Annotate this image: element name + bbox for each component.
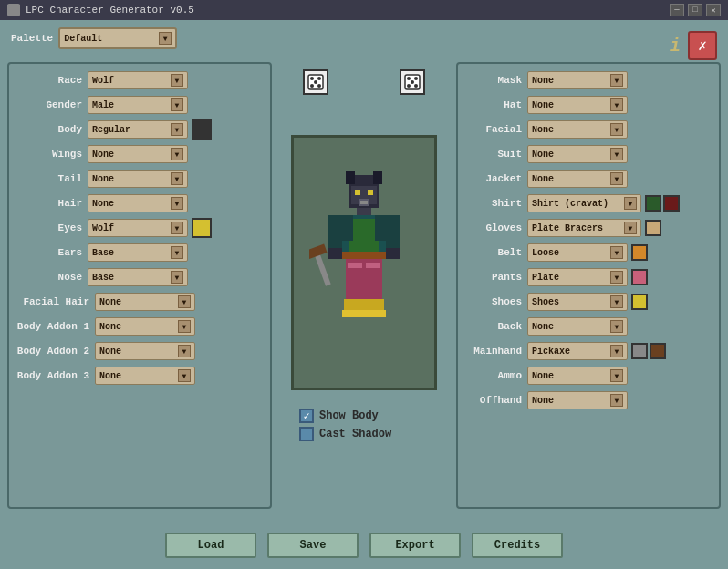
right-row-belt: BeltLoose▼ <box>463 242 713 264</box>
right-dropdown-5[interactable]: Shirt (cravat)▼ <box>527 194 641 212</box>
left-dropdown-9[interactable]: None▼ <box>95 293 195 311</box>
minimize-button[interactable]: ─ <box>670 4 684 16</box>
right-swatch-11-1[interactable] <box>650 343 666 359</box>
right-swatch-6-0[interactable] <box>645 220 661 236</box>
right-row-pants: PantsPlate▼ <box>463 266 713 288</box>
right-dropdown-arrow-3: ▼ <box>610 148 623 160</box>
left-dropdown-10[interactable]: None▼ <box>95 317 195 336</box>
left-dropdown-6[interactable]: Wolf▼ <box>88 219 188 237</box>
right-label-6: Gloves <box>463 222 527 233</box>
right-dropdown-value-6: Plate Bracers <box>532 223 603 233</box>
center-area: ✓ Show Body ✓ Cast Shadow <box>281 62 447 509</box>
right-dropdown-8[interactable]: Plate▼ <box>527 268 628 286</box>
svg-rect-19 <box>360 201 368 204</box>
right-dropdown-12[interactable]: None▼ <box>527 367 628 385</box>
left-row-body: BodyRegular▼ <box>15 119 265 140</box>
left-dropdown-2[interactable]: Regular▼ <box>88 120 188 139</box>
right-swatch-8-0[interactable] <box>631 269 648 285</box>
right-swatch-5-0[interactable] <box>645 195 661 212</box>
left-dropdown-value-9: None <box>99 297 121 307</box>
right-swatch-11-0[interactable] <box>631 343 648 359</box>
left-dropdown-value-3: None <box>92 150 114 160</box>
left-label-6: Eyes <box>15 222 88 233</box>
right-swatch-5-1[interactable] <box>663 195 680 212</box>
palette-row: Palette Default ▼ <box>7 27 721 49</box>
right-swatches-11 <box>631 343 666 359</box>
right-dropdown-10[interactable]: None▼ <box>527 317 628 336</box>
left-dropdown-3[interactable]: None▼ <box>88 145 188 163</box>
left-dropdown-1[interactable]: Male▼ <box>88 96 188 114</box>
left-dropdown-value-1: Male <box>92 100 114 110</box>
right-dropdown-value-3: None <box>532 150 554 160</box>
show-body-label: Show Body <box>319 409 379 422</box>
right-dropdown-4[interactable]: None▼ <box>527 170 628 188</box>
credits-button[interactable]: Credits <box>472 533 563 558</box>
right-label-7: Belt <box>463 247 527 258</box>
right-label-3: Suit <box>463 149 527 160</box>
right-swatch-9-0[interactable] <box>631 294 648 310</box>
right-dropdown-3[interactable]: None▼ <box>527 145 628 163</box>
right-label-8: Pants <box>463 272 527 283</box>
svg-rect-28 <box>328 248 342 259</box>
left-color-swatch-2[interactable] <box>192 119 212 140</box>
right-row-mainhand: MainhandPickaxe▼ <box>463 340 713 362</box>
svg-rect-27 <box>386 215 400 252</box>
left-dropdown-0[interactable]: Wolf▼ <box>88 71 188 89</box>
svg-point-11 <box>411 80 414 84</box>
left-panel-rows: RaceWolf▼GenderMale▼BodyRegular▼WingsNon… <box>15 69 265 387</box>
app-icon <box>7 4 20 16</box>
palette-dropdown[interactable]: Default ▼ <box>58 27 177 49</box>
app-close-button[interactable]: ✗ <box>688 31 717 60</box>
window-title: LPC Character Generator v0.5 <box>26 5 194 16</box>
right-dropdown-arrow-8: ▼ <box>610 271 623 284</box>
svg-rect-25 <box>342 252 386 259</box>
right-dropdown-9[interactable]: Shoes▼ <box>527 293 628 311</box>
right-dropdown-arrow-10: ▼ <box>610 320 623 333</box>
left-dropdown-arrow-1: ▼ <box>171 98 183 111</box>
right-swatch-7-0[interactable] <box>631 244 648 261</box>
right-dropdown-7[interactable]: Loose▼ <box>527 243 628 262</box>
right-dropdown-arrow-11: ▼ <box>610 345 623 357</box>
cast-shadow-checkbox[interactable]: ✓ <box>299 427 314 441</box>
right-dropdown-value-4: None <box>532 174 554 184</box>
left-dropdown-12[interactable]: None▼ <box>95 367 195 385</box>
svg-rect-35 <box>366 263 380 268</box>
right-panel: MaskNone▼HatNone▼FacialNone▼SuitNone▼Jac… <box>456 62 721 509</box>
save-button[interactable]: Save <box>267 533 359 558</box>
left-dropdown-5[interactable]: None▼ <box>88 194 188 212</box>
left-dropdown-arrow-12: ▼ <box>178 369 191 382</box>
left-dropdown-arrow-3: ▼ <box>171 148 183 160</box>
right-dropdown-0[interactable]: None▼ <box>527 71 628 89</box>
right-dropdown-6[interactable]: Plate Bracers▼ <box>527 219 641 237</box>
window-close-button[interactable]: ✕ <box>706 4 721 16</box>
export-button[interactable]: Export <box>369 533 461 558</box>
right-dropdown-1[interactable]: None▼ <box>527 96 628 114</box>
dice-button-1[interactable] <box>303 69 328 95</box>
left-dropdown-4[interactable]: None▼ <box>88 170 188 188</box>
maximize-button[interactable]: □ <box>688 4 702 16</box>
left-label-12: Body Addon 3 <box>15 370 95 381</box>
load-button[interactable]: Load <box>165 533 256 558</box>
left-row-hair: HairNone▼ <box>15 192 265 214</box>
left-dropdown-7[interactable]: Base▼ <box>88 243 188 262</box>
dice-button-2[interactable] <box>400 69 425 95</box>
checkbox-section: ✓ Show Body ✓ Cast Shadow <box>281 405 447 445</box>
show-body-checkbox[interactable]: ✓ <box>299 409 314 423</box>
left-color-swatch-6[interactable] <box>192 218 212 238</box>
left-dropdown-8[interactable]: Base▼ <box>88 268 188 286</box>
right-swatches-5 <box>645 195 680 212</box>
svg-rect-24 <box>375 215 386 241</box>
right-dropdown-arrow-2: ▼ <box>610 123 623 136</box>
left-row-race: RaceWolf▼ <box>15 69 265 91</box>
info-button[interactable]: i <box>670 36 681 57</box>
right-dropdown-11[interactable]: Pickaxe▼ <box>527 342 628 360</box>
right-dropdown-2[interactable]: None▼ <box>527 120 628 139</box>
right-dropdown-13[interactable]: None▼ <box>527 391 628 409</box>
right-row-gloves: GlovesPlate Bracers▼ <box>463 217 713 239</box>
left-row-nose: NoseBase▼ <box>15 266 265 288</box>
dice-row <box>281 66 447 98</box>
left-dropdown-arrow-5: ▼ <box>171 197 183 210</box>
left-dropdown-arrow-8: ▼ <box>171 271 183 284</box>
svg-point-2 <box>317 77 321 80</box>
left-dropdown-11[interactable]: None▼ <box>95 342 195 360</box>
